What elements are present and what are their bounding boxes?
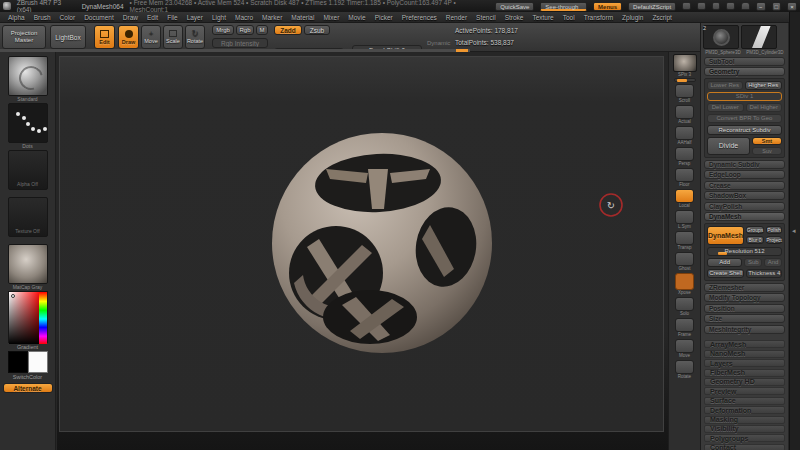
palette-section-header[interactable]: Contact [704, 444, 785, 450]
restore-button[interactable]: □ [772, 2, 782, 11]
palette-section-header[interactable]: FiberMesh [704, 369, 785, 377]
polish-button[interactable]: Polish [766, 226, 782, 234]
palette-section-header[interactable]: Deformation [704, 406, 785, 414]
right-shelf-button-icon[interactable] [675, 126, 694, 140]
menu-item[interactable]: Transform [584, 14, 613, 21]
current-stroke-thumbnail[interactable] [8, 103, 48, 143]
alternate-button[interactable]: Alternate [3, 383, 53, 393]
right-shelf-button[interactable]: Floor [675, 168, 694, 188]
hand-icon[interactable] [726, 2, 735, 10]
subsection-header[interactable]: MeshIntegrity [704, 325, 785, 334]
saturation-value-field[interactable] [9, 292, 41, 344]
gradient-label[interactable]: Gradient [17, 343, 38, 351]
right-shelf-button-icon[interactable] [675, 318, 694, 332]
menu-item[interactable]: Stencil [476, 14, 496, 21]
palette-section-header[interactable]: Layers [704, 359, 785, 367]
scale-button[interactable]: Scale [163, 25, 183, 49]
project-button[interactable]: Project [766, 236, 782, 244]
right-shelf-button-icon[interactable] [675, 105, 694, 119]
right-shelf-button-icon[interactable] [675, 339, 694, 353]
right-shelf-button[interactable]: Ghost [675, 252, 694, 272]
right-shelf-button[interactable]: Move [675, 339, 694, 359]
palette-section-header[interactable]: Surface [704, 397, 785, 405]
hue-strip[interactable] [39, 292, 47, 344]
lower-res-button[interactable]: Lower Res [707, 81, 743, 90]
dynamesh-model[interactable]: ↻ [60, 57, 665, 433]
mrgb-button[interactable]: Mrgb [212, 25, 234, 35]
palette-section-header[interactable]: Geometry HD [704, 378, 785, 386]
right-shelf-button[interactable]: Frame [675, 318, 694, 338]
palette-section-header[interactable]: ArrayMesh [704, 340, 785, 348]
geometry-section-header[interactable]: Geometry [704, 67, 785, 76]
dynamesh-section-header[interactable]: DynaMesh [704, 212, 785, 221]
right-shelf-button[interactable]: Persp [675, 147, 694, 167]
right-shelf-button-icon[interactable] [675, 252, 694, 266]
higher-res-button[interactable]: Higher Res [745, 81, 782, 90]
menu-item[interactable]: Edit [147, 14, 158, 21]
add-button[interactable]: Add [707, 258, 742, 267]
dynamesh-button[interactable]: DynaMesh [707, 226, 744, 245]
current-texture-thumbnail[interactable]: Texture Off [8, 197, 48, 237]
convert-bpr-button[interactable]: Convert BPR To Geo [707, 114, 782, 123]
rgb-button[interactable]: Rgb [236, 25, 254, 35]
del-lower-button[interactable]: Del Lower [707, 103, 744, 112]
menu-item[interactable]: Zplugin [622, 14, 643, 21]
right-shelf-button[interactable]: Local [675, 189, 694, 209]
rotate-button[interactable]: ↻ Rotate [185, 25, 205, 49]
move-button[interactable]: + Move [141, 25, 161, 49]
menu-item[interactable]: Color [60, 14, 76, 21]
sub-button[interactable]: Sub [744, 258, 762, 267]
current-brush-thumbnail[interactable] [8, 56, 48, 96]
right-shelf-button[interactable]: Xpose [675, 273, 694, 296]
subtool-section-header[interactable]: SubTool [704, 57, 785, 66]
draw-button[interactable]: Draw [118, 25, 139, 49]
subsection-header[interactable]: EdgeLoop [704, 170, 785, 179]
subsection-header[interactable]: ClayPolish [704, 202, 785, 211]
right-shelf-button-icon[interactable] [675, 168, 694, 182]
bpr-render-button[interactable] [673, 54, 697, 72]
right-shelf-button[interactable]: Solo [675, 297, 694, 317]
subsection-header[interactable]: ZRemesher [704, 283, 785, 292]
quicksave-button[interactable]: QuickSave [495, 2, 534, 11]
right-shelf-button-icon[interactable] [675, 147, 694, 161]
palette-section-header[interactable]: Preview [704, 387, 785, 395]
palette-section-header[interactable]: Masking [704, 416, 785, 424]
right-shelf-button-icon[interactable] [675, 189, 694, 203]
sdiv-slider[interactable]: SDiv 1 [707, 92, 782, 101]
current-tool-thumbnail[interactable] [703, 25, 739, 49]
right-shelf-button-icon[interactable] [675, 84, 694, 98]
groups-button[interactable]: Groups [746, 226, 764, 234]
right-shelf-button[interactable]: Actual [675, 105, 694, 125]
menu-item[interactable]: Alpha [8, 14, 25, 21]
see-through-slider[interactable]: See-through 0 [540, 2, 587, 11]
subsection-header[interactable]: Position [704, 304, 785, 313]
menu-item[interactable]: Brush [34, 14, 51, 21]
create-shell-button[interactable]: Create Shell [707, 269, 744, 278]
switch-color-swatches[interactable] [8, 351, 48, 373]
and-button[interactable]: And [764, 258, 782, 267]
zsub-button[interactable]: Zsub [304, 25, 330, 35]
menu-item[interactable]: Draw [123, 14, 138, 21]
previous-tool-thumbnail[interactable] [741, 25, 777, 49]
close-button[interactable]: × [787, 2, 797, 11]
menu-item[interactable]: Mixer [323, 14, 339, 21]
subsection-header[interactable]: Crease [704, 181, 785, 190]
subsection-header[interactable]: ShadowBox [704, 191, 785, 200]
menu-item[interactable]: Zscript [652, 14, 672, 21]
subsection-header[interactable]: Modify Topology [704, 293, 785, 302]
divider-bar-icon[interactable] [682, 2, 691, 10]
dynamic-toggle[interactable]: Dynamic [427, 40, 450, 46]
right-shelf-button[interactable]: Scroll [675, 84, 694, 104]
secondary-color-swatch[interactable] [28, 351, 48, 373]
zadd-button[interactable]: Zadd [274, 25, 302, 35]
right-shelf-button-icon[interactable] [675, 273, 694, 290]
menu-item[interactable]: Tool [563, 14, 575, 21]
right-shelf-button[interactable]: AAHalf [675, 126, 694, 146]
right-shelf-button[interactable]: Rotate [675, 360, 694, 380]
document-viewport[interactable]: ↻ [59, 56, 664, 432]
smt-button[interactable]: Smt [752, 137, 782, 145]
menu-item[interactable]: Material [291, 14, 314, 21]
main-color-swatch[interactable] [8, 351, 28, 373]
current-alpha-thumbnail[interactable]: Alpha Off [8, 150, 48, 190]
grid-icon[interactable] [697, 2, 706, 10]
